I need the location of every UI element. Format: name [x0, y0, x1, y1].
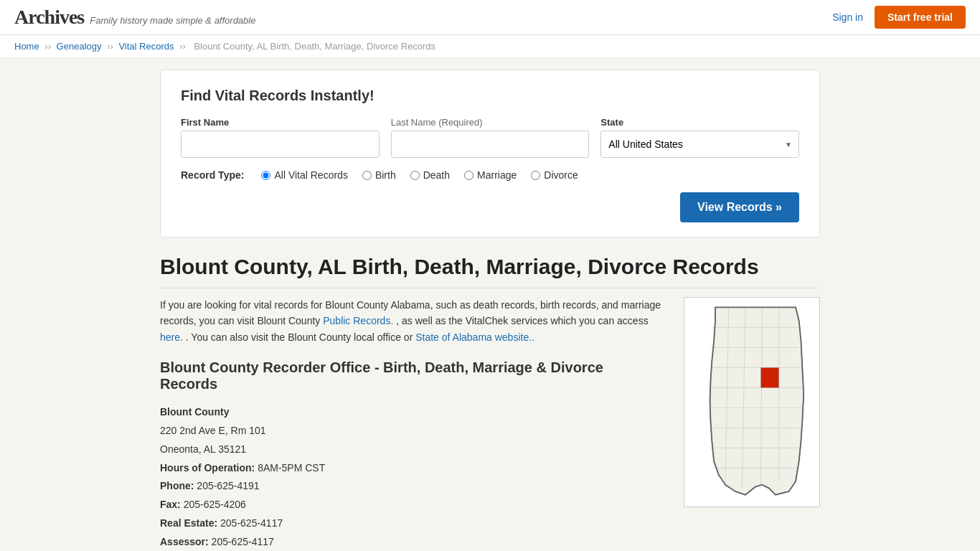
header-right: Sign in Start free trial: [832, 6, 966, 29]
last-name-input[interactable]: [391, 131, 590, 158]
state-select[interactable]: All United States: [600, 131, 799, 158]
radio-all[interactable]: All Vital Records: [261, 169, 347, 181]
last-name-group: Last Name (Required): [391, 117, 590, 158]
office-name: Blount County: [160, 404, 664, 421]
office-assessor: Assessor: 205-625-4117: [160, 534, 664, 551]
breadcrumb-sep2: ››: [107, 41, 116, 52]
record-type-label: Record Type:: [181, 169, 244, 181]
map-container: [684, 297, 820, 507]
breadcrumb-genealogy[interactable]: Genealogy: [57, 41, 102, 52]
radio-divorce[interactable]: Divorce: [531, 169, 578, 181]
alabama-map-svg: [687, 301, 824, 501]
start-trial-button[interactable]: Start free trial: [875, 6, 966, 29]
office-details: Blount County 220 2nd Ave E, Rm 101 Oneo…: [160, 404, 664, 550]
header-left: Archives Family history made simple & af…: [14, 6, 255, 29]
required-indicator: (Required): [438, 117, 482, 128]
breadcrumb-current: Blount County, AL Birth, Death, Marriage…: [194, 41, 435, 52]
here-link[interactable]: here.: [160, 331, 183, 343]
breadcrumb-sep1: ››: [44, 41, 53, 52]
site-tagline: Family history made simple & affordable: [90, 15, 255, 26]
radio-death[interactable]: Death: [410, 169, 450, 181]
state-select-wrapper: All United States: [600, 131, 799, 158]
office-realestate: Real Estate: 205-625-4117: [160, 515, 664, 532]
view-records-button[interactable]: View Records »: [680, 192, 799, 222]
radio-birth[interactable]: Birth: [362, 169, 396, 181]
breadcrumb-sep3: ››: [179, 41, 188, 52]
state-link[interactable]: State of Alabama website..: [415, 331, 534, 343]
sign-in-link[interactable]: Sign in: [832, 11, 863, 23]
first-name-input[interactable]: [181, 131, 380, 158]
breadcrumb-home[interactable]: Home: [14, 41, 39, 52]
search-fields: First Name Last Name (Required) State Al…: [181, 117, 799, 158]
record-type-row: Record Type: All Vital Records Birth Dea…: [181, 169, 799, 181]
main-content: Find Vital Records Instantly! First Name…: [146, 58, 834, 551]
state-label: State: [600, 117, 799, 128]
office-address2: Oneonta, AL 35121: [160, 441, 664, 458]
alabama-map: [684, 297, 820, 551]
public-records-link[interactable]: Public Records.: [323, 315, 393, 326]
radio-marriage[interactable]: Marriage: [464, 169, 517, 181]
search-title: Find Vital Records Instantly!: [181, 88, 799, 104]
svg-rect-12: [760, 367, 778, 387]
office-address1: 220 2nd Ave E, Rm 101: [160, 423, 664, 440]
site-logo: Archives: [14, 6, 84, 29]
first-name-label: First Name: [181, 117, 380, 128]
content-area: If you are looking for vital records for…: [160, 297, 820, 551]
intro-text: If you are looking for vital records for…: [160, 297, 664, 345]
search-panel: Find Vital Records Instantly! First Name…: [160, 70, 820, 237]
state-group: State All United States: [600, 117, 799, 158]
office-fax: Fax: 205-625-4206: [160, 496, 664, 514]
page-heading: Blount County, AL Birth, Death, Marriage…: [160, 255, 820, 288]
last-name-label: Last Name (Required): [391, 117, 590, 128]
recorder-heading: Blount County Recorder Office - Birth, D…: [160, 359, 664, 392]
content-text: If you are looking for vital records for…: [160, 297, 664, 551]
office-phone: Phone: 205-625-4191: [160, 478, 664, 495]
office-hours: Hours of Operation: 8AM-5PM CST: [160, 460, 664, 477]
first-name-group: First Name: [181, 117, 380, 158]
breadcrumb: Home ›› Genealogy ›› Vital Records ›› Bl…: [0, 35, 980, 58]
breadcrumb-vital-records[interactable]: Vital Records: [118, 41, 174, 52]
site-header: Archives Family history made simple & af…: [0, 0, 980, 35]
